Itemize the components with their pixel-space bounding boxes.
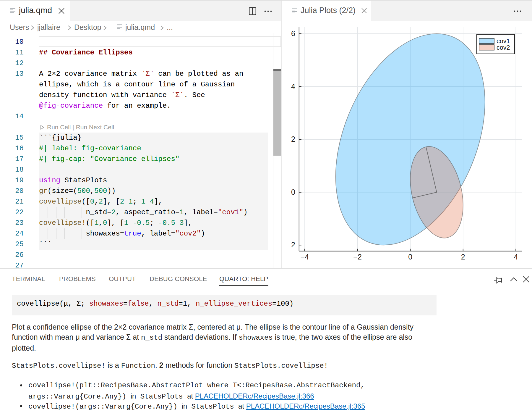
svg-text:2: 2 [461, 253, 465, 261]
svg-text:−2: −2 [287, 241, 295, 249]
svg-text:0: 0 [291, 188, 295, 196]
svg-text:cov1: cov1 [497, 38, 510, 45]
svg-text:2: 2 [291, 135, 295, 143]
svg-text:6: 6 [291, 29, 295, 38]
svg-text:−4: −4 [301, 253, 309, 261]
svg-text:cov2: cov2 [497, 44, 510, 51]
svg-text:4: 4 [291, 82, 295, 91]
svg-text:−2: −2 [353, 253, 362, 261]
svg-text:4: 4 [514, 253, 518, 261]
svg-text:0: 0 [408, 253, 412, 261]
